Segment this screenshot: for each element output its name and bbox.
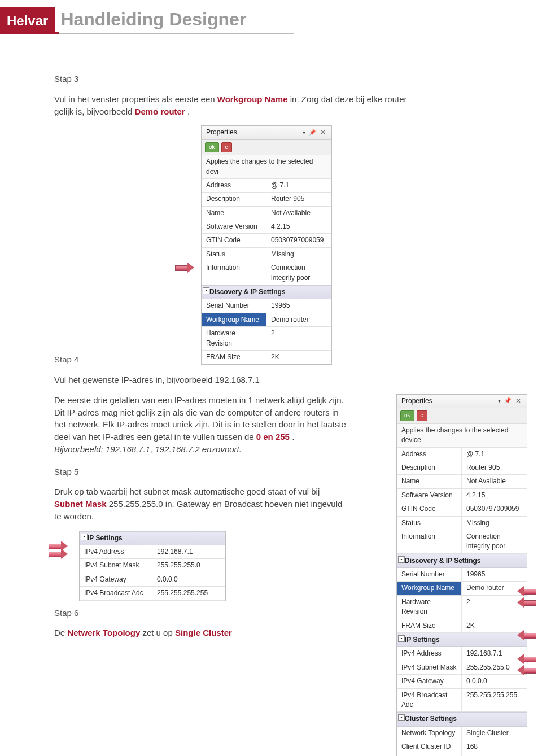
text-bold: Single Cluster [175, 628, 232, 637]
prop-row[interactable]: NameNot Available [202, 207, 331, 220]
collapse-icon[interactable]: - [203, 287, 209, 294]
prop-row[interactable]: GTIN Code05030797009059 [202, 234, 331, 247]
arrow-left-icon [516, 630, 536, 640]
panel-hint: Applies the changes to the selected devi… [397, 424, 527, 448]
section-cluster[interactable]: -Cluster Settings [397, 712, 527, 726]
prop-row[interactable]: IPv4 Gateway0.0.0.0 [80, 573, 225, 587]
text: De [54, 628, 67, 637]
prop-val[interactable]: Demo router [266, 313, 331, 326]
prop-val: 192.168.7.1 [152, 545, 225, 558]
prop-row[interactable]: StatusMissing [202, 248, 331, 261]
pin-icon[interactable]: 📌 [504, 397, 511, 405]
section-title: Discovery & IP Settings [206, 288, 286, 296]
panel-hint: Applies the changes to the selected devi [202, 155, 331, 179]
prop-row[interactable]: Hardware Revision2 [397, 596, 527, 619]
prop-key: Software Version [202, 220, 266, 233]
prop-row[interactable]: Address@ 7.1 [202, 179, 331, 193]
panel-title-bar[interactable]: Properties ▾ 📌 ✕ [397, 395, 527, 408]
text: zet u op [142, 628, 175, 637]
prop-row[interactable]: InformationConnection integrity poor [202, 261, 331, 285]
prop-key: FRAM Size [202, 351, 266, 364]
prop-val: Connection integrity poor [266, 261, 331, 285]
panel-title-bar[interactable]: Properties ▾ 📌 ✕ [202, 126, 331, 139]
section-discovery[interactable]: -Discovery & IP Settings [397, 554, 527, 568]
prop-row[interactable]: Software Version4.2.15 [397, 489, 527, 502]
text: Druk op tab waarbij het subnet mask auto… [54, 487, 320, 496]
prop-row[interactable]: DescriptionRouter 905 [202, 193, 331, 206]
dropdown-icon[interactable]: ▾ [498, 397, 501, 405]
prop-key: Workgroup Name [202, 313, 266, 326]
prop-row[interactable]: Software Version4.2.15 [202, 220, 331, 234]
prop-key: Hardware Revision [202, 327, 266, 350]
prop-val: Not Available [462, 475, 527, 488]
prop-key: Description [397, 461, 462, 474]
collapse-icon[interactable]: - [398, 556, 405, 563]
prop-row[interactable]: NameNot Available [397, 475, 527, 488]
prop-row[interactable]: FRAM Size2K [202, 351, 331, 364]
prop-row[interactable]: Serial Number19965 [202, 299, 331, 313]
prop-row[interactable]: GTIN Code05030797009059 [397, 502, 527, 516]
prop-row[interactable]: Serial Number19965 [397, 568, 527, 582]
cancel-button[interactable]: c [221, 142, 232, 153]
prop-row[interactable]: InformationConnection integrity poor [397, 530, 527, 554]
collapse-icon[interactable]: - [398, 714, 405, 721]
prop-row[interactable]: IPv4 Gateway0.0.0.0 [397, 675, 527, 688]
callout-arrow [516, 654, 536, 664]
text-bold: Demo router [135, 107, 185, 116]
ok-button[interactable]: ok [205, 142, 219, 153]
prop-val: 4.2.15 [462, 489, 527, 502]
prop-key: IPv4 Subnet Mask [397, 661, 462, 674]
section-title: Cluster Settings [401, 715, 457, 723]
prop-row[interactable]: DescriptionRouter 905 [397, 461, 527, 475]
panel-toolbar: ok c [397, 408, 527, 424]
prop-row[interactable]: Cluster ID1 [397, 754, 527, 756]
prop-key: Client Cluster ID [397, 740, 462, 753]
close-icon[interactable]: ✕ [514, 396, 522, 406]
collapse-icon[interactable]: - [398, 635, 405, 642]
section-ip[interactable]: -IP Settings [80, 531, 225, 545]
prop-row[interactable]: IPv4 Broadcast Adc255.255.255.255 [397, 689, 527, 713]
properties-panel: Properties ▾ 📌 ✕ ok c Applies the change… [396, 394, 527, 756]
close-icon[interactable]: ✕ [319, 128, 327, 137]
callout-arrow [516, 597, 536, 608]
prop-row[interactable]: IPv4 Subnet Mask255.255.255.0 [397, 661, 527, 675]
prop-val: 05030797009059 [266, 234, 331, 247]
section-ip[interactable]: -IP Settings [397, 633, 527, 647]
prop-key: Cluster ID [397, 754, 462, 756]
prop-row[interactable]: IPv4 Address192.168.7.1 [397, 647, 527, 661]
prop-row[interactable]: IPv4 Subnet Mask255.255.255.0 [80, 559, 225, 573]
prop-key: Software Version [397, 489, 462, 502]
prop-val: 0.0.0.0 [462, 675, 527, 688]
text-bold: Subnet Mask [54, 499, 107, 509]
prop-row[interactable]: Address@ 7.1 [397, 448, 527, 461]
collapse-icon[interactable]: - [81, 534, 88, 540]
cancel-button[interactable]: c [417, 410, 427, 421]
text: Applies the changes to the selected devi… [397, 424, 527, 447]
section-discovery[interactable]: -Discovery & IP Settings [202, 285, 331, 299]
arrow-right-icon [49, 549, 69, 559]
cluster-rows: Network TopologySingle Cluster Client Cl… [397, 727, 527, 756]
dropdown-icon[interactable]: ▾ [303, 129, 305, 137]
text: De eerste drie getallen van een IP-adres… [54, 395, 346, 442]
callout-double-arrow [49, 541, 77, 560]
prop-row-selected[interactable]: Workgroup NameDemo router [397, 582, 527, 595]
callout-arrow [516, 630, 536, 640]
prop-val: Connection integrity poor [462, 530, 527, 553]
prop-row[interactable]: IPv4 Broadcast Adc255.255.255.255 [80, 587, 225, 600]
text-bold: 0 en 255 [256, 432, 290, 442]
step-6-text: De Netwerk Topology zet u op Single Clus… [54, 627, 416, 639]
prop-row-selected[interactable]: Workgroup NameDemo router [202, 313, 331, 327]
prop-row[interactable]: StatusMissing [397, 517, 527, 530]
prop-row[interactable]: Hardware Revision2 [202, 327, 331, 351]
prop-val: 168 [462, 740, 527, 753]
prop-row[interactable]: Network TopologySingle Cluster [397, 727, 527, 740]
step-4-text1: Vul het gewenste IP-adres in, bijvoorbee… [54, 374, 416, 386]
prop-row[interactable]: Client Cluster ID168 [397, 740, 527, 754]
prop-key: Information [202, 261, 266, 285]
ok-button[interactable]: ok [400, 410, 414, 421]
pin-icon[interactable]: 📌 [309, 129, 316, 137]
prop-row[interactable]: FRAM Size2K [397, 619, 527, 633]
prop-key: IPv4 Broadcast Adc [80, 587, 152, 600]
prop-key: Status [397, 517, 462, 530]
prop-row[interactable]: IPv4 Address192.168.7.1 [80, 545, 225, 559]
